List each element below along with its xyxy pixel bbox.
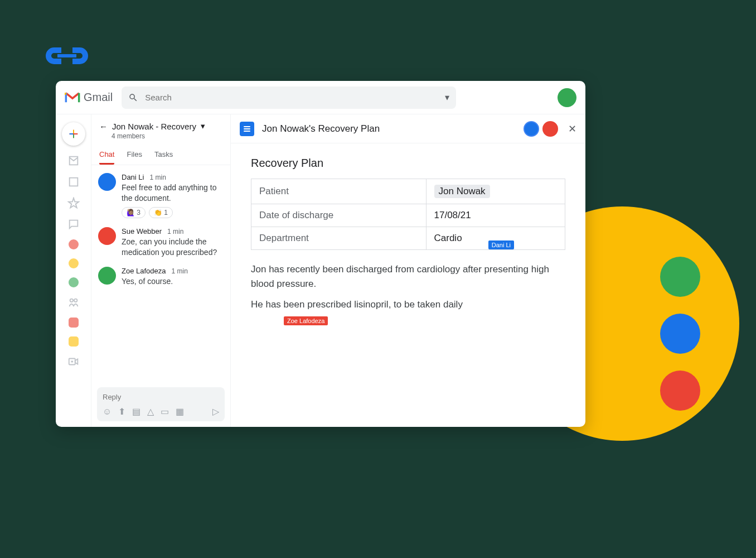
decorative-avatars (660, 257, 700, 411)
chat-message[interactable]: Zoe Lafodeza1 minYes, of course. (98, 267, 224, 287)
table-label: Date of discharge (251, 204, 427, 227)
svg-point-1 (70, 299, 72, 302)
message-body: Zoe, can you include the medication you … (122, 237, 224, 258)
chat-message[interactable]: Sue Webber1 minZoe, can you include the … (98, 227, 224, 258)
table-label: Patient (251, 179, 427, 204)
star-icon[interactable] (67, 197, 80, 209)
status-dot-red[interactable] (69, 239, 79, 249)
close-button[interactable]: ✕ (568, 123, 576, 135)
video-icon[interactable]: ▭ (161, 406, 169, 417)
message-time: 1 min (167, 228, 183, 235)
table-row: Date of discharge17/08/21 (251, 204, 565, 227)
reply-input[interactable] (103, 393, 219, 401)
chat-messages: Dani Li1 minFeel free to add anything to… (91, 165, 230, 383)
doc-paragraph: Jon has recently been discharged from ca… (251, 262, 565, 291)
doc-paragraph: He has been prescribed lisinopril, to be… (251, 297, 565, 312)
drive-icon[interactable]: △ (147, 406, 154, 417)
chat-title[interactable]: Jon Nowak - Recovery (112, 122, 196, 131)
search-bar[interactable]: ▾ (122, 86, 456, 109)
table-row: PatientJon Nowak (251, 179, 565, 204)
svg-point-2 (74, 299, 77, 302)
meet-icon[interactable] (67, 355, 80, 368)
collab-cursor-blue: Dani Li (488, 240, 514, 249)
avatar (660, 257, 700, 297)
avatar (660, 371, 700, 411)
space-item-yellow[interactable] (69, 336, 79, 347)
back-icon[interactable]: ← (99, 122, 108, 131)
upload-icon[interactable]: ⬆ (118, 406, 125, 417)
emoji-icon[interactable]: ☺ (103, 407, 112, 417)
tab-tasks[interactable]: Tasks (154, 150, 173, 165)
search-options-icon[interactable]: ▾ (445, 92, 449, 103)
chevron-down-icon[interactable]: ▾ (201, 121, 205, 131)
collaborator-avatar[interactable] (542, 121, 558, 137)
docs-attach-icon[interactable]: ▤ (132, 406, 140, 417)
mail-icon[interactable] (67, 155, 80, 167)
chat-tabs: Chat Files Tasks (91, 150, 230, 165)
doc-title: Jon Nowak's Recovery Plan (262, 123, 380, 134)
send-icon[interactable]: ▷ (212, 406, 219, 417)
table-value: 17/08/21 (426, 204, 565, 227)
document-panel: Jon Nowak's Recovery Plan ✕ Recovery Pla… (231, 114, 585, 427)
tab-chat[interactable]: Chat (99, 150, 114, 165)
doc-heading: Recovery Plan (251, 157, 565, 170)
table-row: DepartmentCardio (251, 227, 565, 250)
left-rail (56, 114, 91, 427)
profile-avatar[interactable] (558, 88, 576, 107)
message-time: 1 min (172, 267, 188, 275)
search-icon (128, 93, 138, 103)
collaborator-avatar[interactable] (524, 121, 539, 137)
avatar (98, 227, 116, 245)
status-dot-green[interactable] (69, 277, 79, 287)
table-label: Department (251, 227, 427, 250)
calendar-icon[interactable]: ▦ (176, 406, 184, 417)
avatar (660, 314, 700, 354)
app-window: Gmail ▾ (56, 81, 585, 427)
doc-header: Jon Nowak's Recovery Plan ✕ (231, 114, 585, 143)
reaction-chip[interactable]: 🙋🏽‍♀️ 3 (122, 207, 146, 218)
chat-message[interactable]: Dani Li1 minFeel free to add anything to… (98, 173, 224, 218)
compose-button[interactable] (62, 122, 85, 146)
topbar: Gmail ▾ (56, 81, 585, 114)
svg-rect-0 (69, 178, 77, 186)
status-dot-yellow[interactable] (69, 258, 79, 268)
info-table: PatientJon NowakDate of discharge17/08/2… (251, 179, 565, 250)
message-sender: Zoe Lafodeza (122, 267, 166, 275)
google-docs-icon (240, 122, 254, 136)
link-icon (36, 42, 98, 72)
space-item-red[interactable] (69, 318, 79, 328)
reply-box: ☺ ⬆ ▤ △ ▭ ▦ ▷ (97, 387, 225, 421)
reaction-chip[interactable]: 👏 1 (149, 207, 173, 218)
table-value: Jon Nowak (426, 179, 565, 204)
search-input[interactable] (145, 93, 438, 102)
chat-members: 4 members (112, 132, 222, 140)
message-sender: Sue Webber (122, 227, 162, 235)
chat-icon[interactable] (67, 218, 80, 230)
inbox-icon[interactable] (67, 176, 80, 188)
tab-files[interactable]: Files (127, 150, 142, 165)
doc-body[interactable]: Recovery Plan PatientJon NowakDate of di… (231, 143, 585, 427)
message-sender: Dani Li (122, 173, 144, 181)
gmail-logo[interactable]: Gmail (65, 91, 113, 104)
message-time: 1 min (149, 174, 166, 181)
message-body: Yes, of course. (122, 276, 224, 287)
chat-panel: ← Jon Nowak - Recovery ▾ 4 members Chat … (91, 114, 231, 427)
collab-cursor-red: Zoe Lafodeza (284, 316, 328, 325)
avatar (98, 267, 116, 285)
message-body: Feel free to add anything to the documen… (122, 182, 224, 204)
avatar (98, 173, 116, 191)
app-name: Gmail (84, 91, 113, 104)
spaces-icon[interactable] (67, 296, 80, 309)
